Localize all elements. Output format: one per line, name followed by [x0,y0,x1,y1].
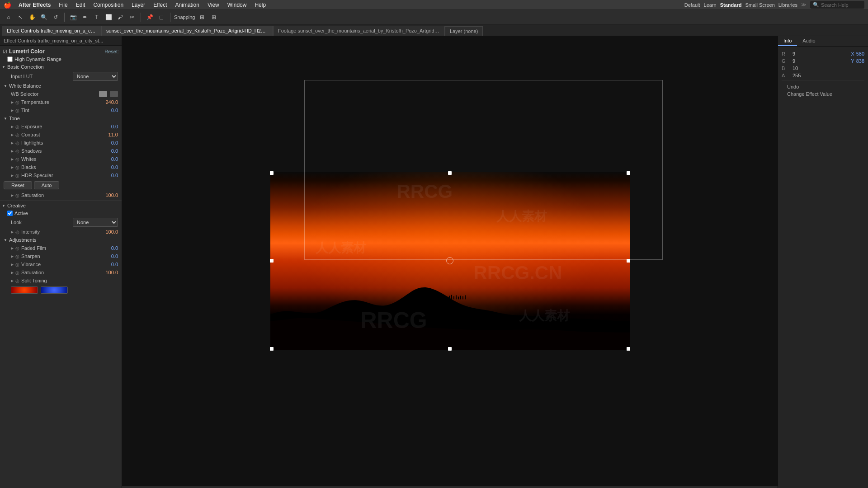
sat2-value[interactable]: 100.0 [100,270,118,275]
section-basic-correction[interactable]: ▼ Basic Correction [0,63,122,71]
bl-expand[interactable]: ▶ [11,165,14,169]
right-panel: Info Audio R 9 X 580 G 9 Y 838 B [778,36,868,488]
workspace-libraries[interactable]: Libraries [778,2,797,8]
exp-expand[interactable]: ▶ [11,125,14,129]
look-select[interactable]: None [73,218,118,227]
int-value[interactable]: 100.0 [100,229,118,235]
tint-expand[interactable]: ▶ [11,108,14,113]
tab-info[interactable]: Info [778,36,797,46]
home-btn[interactable]: ⌂ [4,12,14,22]
hdr-spec-value[interactable]: 0.0 [100,173,118,178]
info-a-row: A 255 [782,72,864,79]
workspace-standard[interactable]: Standard [720,2,742,8]
hand-tool[interactable]: ✋ [27,12,37,22]
grid-btn[interactable]: ⊞ [209,12,219,22]
search-icon: 🔍 [813,2,819,8]
shad-value[interactable]: 0.0 [100,148,118,154]
section-adjustments[interactable]: ▼ Adjustments [0,236,122,244]
menu-animation[interactable]: Animation [172,1,203,9]
selection-tool[interactable]: ↖ [15,12,25,22]
color-swatch-1[interactable] [11,286,38,294]
int-expand[interactable]: ▶ [11,230,14,234]
r-label: R [782,51,789,56]
workspace-learn[interactable]: Learn [704,2,717,8]
y-value: 838 [856,58,864,64]
color-swatch-2[interactable] [41,286,68,294]
change-effect-item[interactable]: Change Effect Value [785,90,861,98]
ff-expand[interactable]: ▶ [11,246,14,250]
sh-value[interactable]: 0.0 [100,253,118,259]
vib-expand[interactable]: ▶ [11,263,14,267]
auto-button[interactable]: Auto [34,181,60,189]
creative-active-checkbox[interactable] [7,211,13,216]
shape-tool[interactable]: ⬜ [104,12,113,22]
mask-tool[interactable]: ◻ [156,12,166,22]
input-lut-select[interactable]: None [73,72,118,81]
workspace-default[interactable]: Default [684,2,700,8]
wh-value[interactable]: 0.0 [100,156,118,162]
contrast-value[interactable]: 11.0 [100,132,118,137]
hl-value[interactable]: 0.0 [100,140,118,145]
camera-tool[interactable]: 📷 [68,12,78,22]
section-white-balance[interactable]: ▼ White Balance [0,82,122,90]
sat-expand[interactable]: ▶ [11,193,14,197]
section-tone[interactable]: ▼ Tone [0,114,122,122]
zoom-tool[interactable]: 🔍 [39,12,49,22]
wh-expand[interactable]: ▶ [11,157,14,161]
sh-expand[interactable]: ▶ [11,254,14,258]
menu-composition[interactable]: Composition [90,1,127,9]
hdr-spec-expand[interactable]: ▶ [11,174,14,178]
hl-expand[interactable]: ▶ [11,141,14,145]
search-input[interactable] [821,2,862,8]
sh-label: Sharpen [21,253,98,259]
apple-menu[interactable]: 🍎 [4,1,11,9]
temp-value[interactable]: 240.0 [100,99,118,105]
shad-expand[interactable]: ▶ [11,149,14,153]
menu-layer[interactable]: Layer [128,1,149,9]
basic-triangle: ▼ [2,65,5,69]
tint-value[interactable]: 0.0 [100,108,118,113]
contrast-expand[interactable]: ▶ [11,133,14,137]
menu-after-effects[interactable]: After Effects [15,1,54,9]
tab-layer[interactable]: Layer (none) [445,26,483,36]
rotation-tool[interactable]: ↺ [51,12,61,22]
menu-effect[interactable]: Effect [150,1,170,9]
snapping-toggle[interactable]: ⊞ [197,12,207,22]
tab-effect-controls[interactable]: Effect Controls traffic_moving_on_a_city… [2,26,101,36]
st-expand[interactable]: ▶ [11,279,14,283]
hl-icon: ◎ [15,141,19,145]
reset-button[interactable]: Reset [4,181,32,189]
pen-tool[interactable]: ✒ [80,12,90,22]
bl-value[interactable]: 0.0 [100,164,118,170]
undo-item[interactable]: Undo [785,83,861,90]
menu-window[interactable]: Window [224,1,250,9]
menu-edit[interactable]: Edit [72,1,89,9]
creative-label: Creative [7,203,26,208]
clone-tool[interactable]: ✂ [127,12,137,22]
tab-audio[interactable]: Audio [797,36,821,46]
vib-value[interactable]: 0.0 [100,262,118,267]
sat-value[interactable]: 100.0 [100,192,118,198]
tab-composition[interactable]: sunset_over_the_mountains_aerial_by_Kris… [101,26,273,36]
paint-tool[interactable]: 🖌 [115,12,125,22]
workspace-small-screen[interactable]: Small Screen [745,2,774,8]
wh-icon: ◎ [15,157,19,162]
hdr-checkbox[interactable] [7,56,13,62]
menu-view[interactable]: View [204,1,223,9]
text-tool[interactable]: T [92,12,102,22]
sat2-expand[interactable]: ▶ [11,271,14,275]
section-creative[interactable]: ▼ Creative [0,202,122,210]
exp-value[interactable]: 0.0 [100,124,118,129]
reset-link[interactable]: Reset: [104,49,119,54]
pin-tool[interactable]: 📌 [145,12,155,22]
temp-expand[interactable]: ▶ [11,100,14,104]
wb-eyedropper1[interactable] [99,91,107,97]
composition-viewer: RRCG 人人素材 RRCG.CN 人人素材 RRCG 人人素材 [122,36,778,485]
lumetri-checkbox[interactable]: ☑ [3,49,7,55]
hdr-spec-icon: ◎ [15,173,19,178]
wb-eyedropper2[interactable] [110,91,118,97]
menu-help[interactable]: Help [251,1,269,9]
menu-file[interactable]: File [55,1,71,9]
tab-footage[interactable]: Footage sunset_over_the_mountains_aerial… [273,26,445,36]
ff-value[interactable]: 0.0 [100,245,118,251]
